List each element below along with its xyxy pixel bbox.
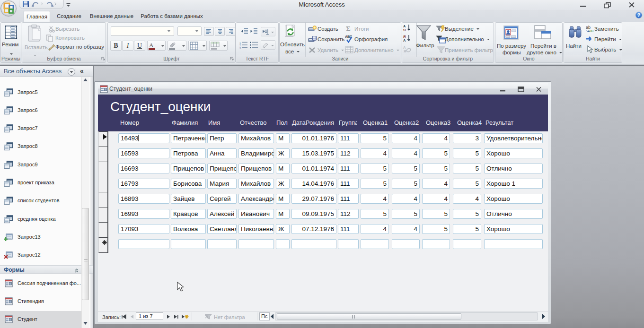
svg-text:Я: Я (403, 28, 406, 32)
svg-text:3: 3 (239, 47, 241, 50)
svg-text:ac: ac (589, 28, 594, 33)
svg-text:Я: Я (404, 49, 406, 53)
svg-text:?: ? (637, 12, 640, 18)
svg-text:А: А (403, 38, 406, 42)
